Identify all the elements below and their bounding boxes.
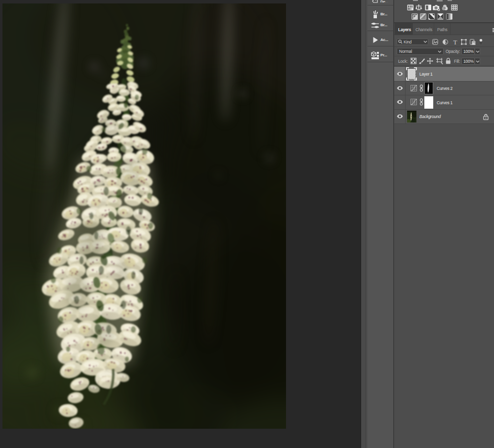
svg-text:T: T xyxy=(453,39,457,45)
